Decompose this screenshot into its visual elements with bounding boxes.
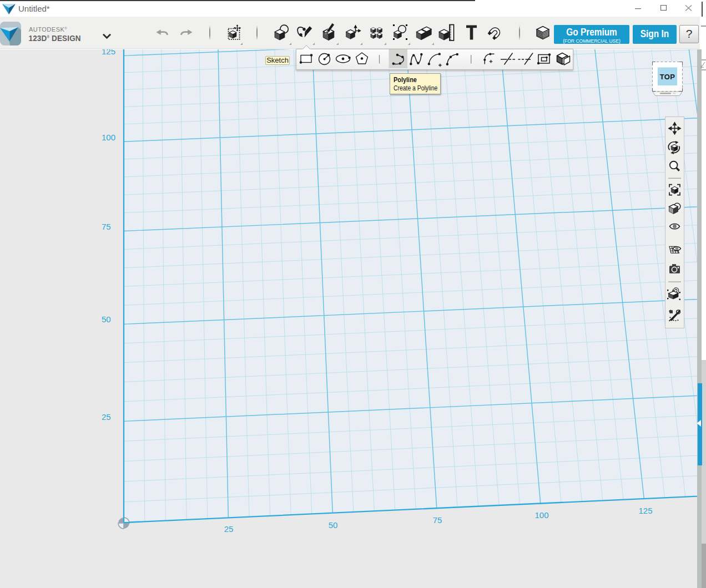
- svg-text:AUTODESK®: AUTODESK®: [29, 26, 67, 33]
- svg-text:123D® DESIGN: 123D® DESIGN: [29, 33, 81, 43]
- svg-text:TOP: TOP: [660, 73, 675, 81]
